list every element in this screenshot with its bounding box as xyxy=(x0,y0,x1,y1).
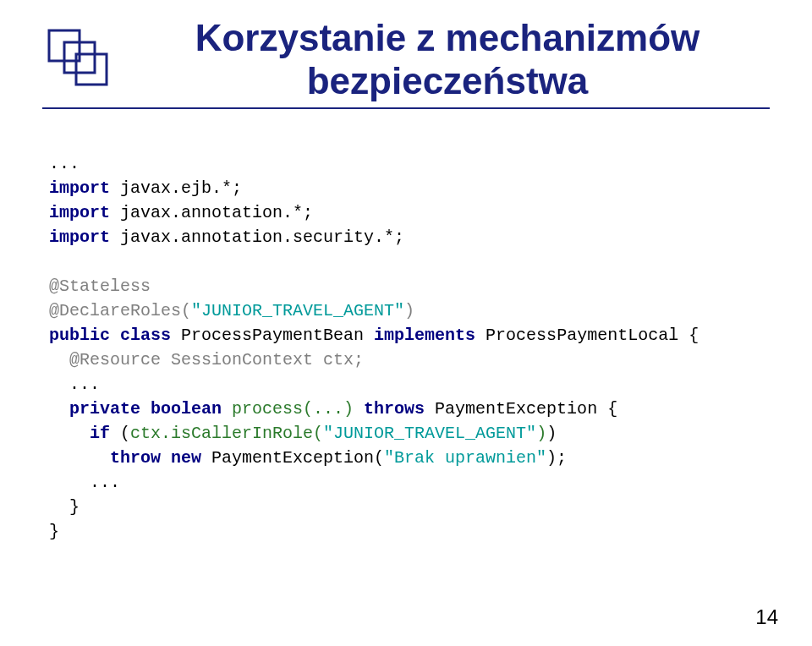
brace-close: } xyxy=(49,522,59,541)
code-block: ... import javax.ejb.*; import javax.ann… xyxy=(49,151,770,544)
kw-public-class: public class xyxy=(49,326,171,345)
slide-title: Korzystanie z mechanizmów bezpieczeństwa xyxy=(125,17,770,102)
string-literal: "Brak uprawnien" xyxy=(384,448,546,468)
title-rule xyxy=(42,107,770,109)
kw-private-boolean: private boolean xyxy=(49,399,222,419)
code-text: javax.ejb.*; xyxy=(110,178,242,198)
code-dots: ... xyxy=(49,375,100,394)
code-dots: ... xyxy=(49,154,80,173)
kw-throws: throws xyxy=(364,399,425,419)
code-text: javax.annotation.security.*; xyxy=(110,227,404,247)
string-literal: "JUNIOR_TRAVEL_AGENT" xyxy=(191,301,404,320)
method-call: ctx.isCallerInRole( xyxy=(130,424,323,443)
code-text: PaymentException { xyxy=(425,399,617,419)
code-dots: ... xyxy=(49,473,120,492)
code-text: ); xyxy=(546,448,567,468)
kw-import: import xyxy=(49,227,110,247)
logo-squares-icon xyxy=(42,24,110,95)
code-text: ProcessPaymentLocal { xyxy=(475,326,699,345)
brace-close: } xyxy=(49,497,80,517)
page-number: 14 xyxy=(755,605,778,629)
paren-close: ) xyxy=(536,424,546,443)
string-literal: "JUNIOR_TRAVEL_AGENT" xyxy=(323,424,536,443)
annotation-stateless: @Stateless xyxy=(49,276,151,296)
kw-if: if xyxy=(49,424,110,443)
kw-import: import xyxy=(49,178,110,198)
paren: ( xyxy=(110,424,130,443)
code-text: javax.annotation.*; xyxy=(110,203,313,222)
annotation-close: ) xyxy=(404,301,414,320)
code-text: PaymentException( xyxy=(201,448,384,468)
method-name: process(...) xyxy=(222,399,364,419)
annotation-declare-roles: @DeclareRoles( xyxy=(49,301,191,320)
kw-throw-new: throw new xyxy=(49,448,201,468)
kw-import: import xyxy=(49,203,110,222)
kw-implements: implements xyxy=(374,326,475,345)
code-text: ProcessPaymentBean xyxy=(171,326,374,345)
paren-close: ) xyxy=(546,424,557,443)
annotation-resource-line: @Resource SessionContext ctx; xyxy=(49,350,364,370)
